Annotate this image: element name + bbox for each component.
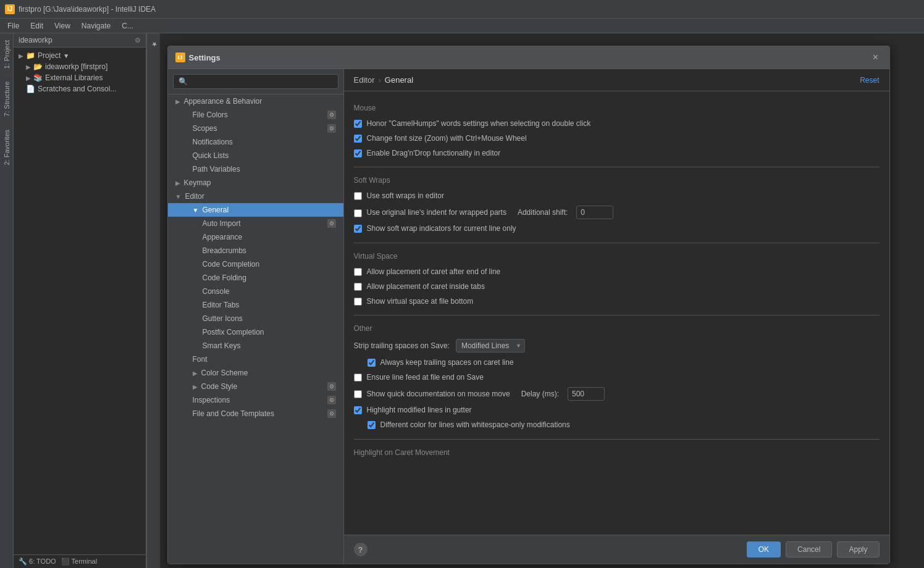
- project-arrow: ▶: [19, 52, 23, 59]
- checkbox-quick-doc-input[interactable]: [354, 390, 362, 398]
- main-layout: 1: Project 7: Structure 2: Favorites ide…: [0, 33, 924, 568]
- item-inspections[interactable]: Inspections ⚙: [168, 393, 343, 407]
- item-breadcrumbs[interactable]: Breadcrumbs: [168, 244, 343, 257]
- tree-item-project[interactable]: ▶ 📁 Project ▼: [14, 50, 146, 61]
- checkbox-camelhumps-label: Honor "CamelHumps" words settings when s…: [367, 119, 591, 129]
- group-label: Editor: [185, 192, 204, 201]
- item-file-colors[interactable]: File Colors ⚙: [168, 108, 343, 122]
- checkbox-whitespace-color-input[interactable]: [368, 421, 376, 429]
- item-general[interactable]: ▼ General: [168, 203, 343, 217]
- expand-icon: ▶: [193, 383, 198, 390]
- item-path-variables[interactable]: Path Variables: [168, 162, 343, 176]
- item-label: Smart Keys: [203, 341, 241, 350]
- item-code-style[interactable]: ▶ Code Style ⚙: [168, 380, 343, 393]
- project-icon: 📁: [26, 51, 35, 60]
- expand-icon: ▼: [193, 207, 199, 214]
- item-auto-import[interactable]: Auto Import ⚙: [168, 217, 343, 230]
- ideaworkp-label: ideaworkp [firstpro]: [45, 62, 107, 71]
- checkbox-line-feed-input[interactable]: [354, 374, 362, 382]
- vtab-project[interactable]: 1: Project: [1, 33, 12, 75]
- titlebar: IJ firstpro [G:\Java\ideaworkp] - Intell…: [0, 0, 924, 19]
- close-button[interactable]: ×: [870, 51, 882, 64]
- item-notifications[interactable]: Notifications: [168, 135, 343, 149]
- menu-navigate[interactable]: Navigate: [77, 20, 116, 31]
- checkbox-trailing-spaces-caret-label: Always keep trailing spaces on caret lin…: [380, 357, 514, 368]
- menu-file[interactable]: File: [2, 20, 24, 31]
- additional-shift-label: Additional shift:: [518, 208, 568, 217]
- item-color-scheme[interactable]: ▶ Color Scheme: [168, 366, 343, 380]
- additional-shift-input[interactable]: [576, 206, 613, 219]
- project-label: Project: [38, 51, 61, 60]
- item-quick-lists[interactable]: Quick Lists: [168, 149, 343, 162]
- item-scopes[interactable]: Scopes ⚙: [168, 122, 343, 135]
- checkbox-fontsize-label: Change font size (Zoom) with Ctrl+Mouse …: [367, 133, 527, 144]
- item-font[interactable]: Font: [168, 353, 343, 366]
- settings-tree-content: ▶ Appearance & Behavior File Colors ⚙ Sc…: [168, 94, 343, 564]
- group-appearance-behavior[interactable]: ▶ Appearance & Behavior: [168, 94, 343, 108]
- dialog-title: IJ Settings: [175, 52, 220, 62]
- cancel-button[interactable]: Cancel: [786, 541, 832, 558]
- strip-trailing-select[interactable]: Modified Lines All None: [456, 339, 525, 353]
- badge-icon: ⚙: [327, 219, 336, 228]
- checkbox-soft-wrap-indicator-input[interactable]: [354, 225, 362, 233]
- checkbox-highlight-modified-input[interactable]: [354, 406, 362, 414]
- apply-button[interactable]: Apply: [837, 541, 879, 558]
- section-highlight-caret: Highlight on Caret Movement: [354, 448, 880, 457]
- item-editor-tabs[interactable]: Editor Tabs: [168, 298, 343, 312]
- tab-todo[interactable]: 🔧 6: TODO: [19, 558, 56, 566]
- item-file-code-templates[interactable]: File and Code Templates ⚙: [168, 407, 343, 420]
- menu-view[interactable]: View: [49, 20, 75, 31]
- item-label: Console: [203, 287, 230, 296]
- checkbox-softwraps-label: Use soft wraps in editor: [367, 191, 444, 201]
- item-label: Notifications: [193, 138, 233, 146]
- checkbox-softwraps-input[interactable]: [354, 192, 362, 200]
- checkbox-dragdrop-input[interactable]: [354, 149, 362, 157]
- checkbox-caret-end-input[interactable]: [354, 268, 362, 276]
- checkbox-fontsize-input[interactable]: [354, 135, 362, 143]
- item-console[interactable]: Console: [168, 285, 343, 298]
- item-appearance[interactable]: Appearance: [168, 230, 343, 244]
- badge-icon: ⚙: [327, 111, 336, 119]
- item-label: Auto Import: [203, 219, 241, 228]
- tree-item-ext-libs[interactable]: ▶ 📚 External Libraries: [14, 72, 146, 83]
- group-editor[interactable]: ▼ Editor: [168, 190, 343, 203]
- reset-button[interactable]: Reset: [860, 76, 879, 85]
- checkbox-camelhumps-input[interactable]: [354, 120, 362, 128]
- checkbox-line-feed: Ensure line feed at file end on Save: [354, 372, 880, 383]
- search-input[interactable]: [173, 74, 338, 89]
- group-keymap[interactable]: ▶ Keymap: [168, 176, 343, 190]
- tree-item-scratches[interactable]: 📄 Scratches and Consol...: [14, 83, 146, 94]
- vtab-structure[interactable]: 7: Structure: [1, 75, 12, 123]
- vtab-favorites[interactable]: 2: Favorites: [1, 123, 12, 171]
- footer-buttons: OK Cancel Apply: [747, 541, 880, 558]
- checkbox-original-indent-label: Use original line's indent for wrapped p…: [367, 207, 506, 218]
- checkbox-original-indent-input[interactable]: [354, 209, 362, 217]
- dialog-footer: ? OK Cancel Apply: [344, 535, 889, 564]
- settings-tree: ▶ Appearance & Behavior File Colors ⚙ Sc…: [168, 69, 344, 564]
- delay-input[interactable]: [568, 387, 605, 401]
- menu-more[interactable]: C...: [117, 20, 138, 31]
- item-gutter-icons[interactable]: Gutter Icons: [168, 312, 343, 325]
- item-label: General: [202, 206, 229, 214]
- checkbox-virtual-space-bottom-input[interactable]: [354, 298, 362, 306]
- item-code-completion[interactable]: Code Completion: [168, 257, 343, 271]
- tree-item-ideaworkp[interactable]: ▶ 📂 ideaworkp [firstpro]: [14, 61, 146, 72]
- checkbox-soft-wrap-indicator: Show soft wrap indicators for current li…: [354, 223, 880, 234]
- checkbox-caret-tabs-input[interactable]: [354, 283, 362, 291]
- tab-terminal[interactable]: ⬛ Terminal: [61, 558, 97, 566]
- menubar: File Edit View Navigate C...: [0, 19, 924, 33]
- item-label: Color Scheme: [201, 369, 248, 377]
- ideaworkp-arrow: ▶: [26, 64, 31, 70]
- item-postfix-completion[interactable]: Postfix Completion: [168, 325, 343, 339]
- item-smart-keys[interactable]: Smart Keys: [168, 339, 343, 353]
- app-icon: IJ: [5, 4, 15, 14]
- ok-button[interactable]: OK: [747, 541, 781, 558]
- help-button[interactable]: ?: [354, 543, 368, 556]
- checkbox-caret-end: Allow placement of caret after end of li…: [354, 267, 880, 277]
- divider-4: [354, 439, 880, 440]
- item-code-folding[interactable]: Code Folding: [168, 271, 343, 285]
- checkbox-softwraps: Use soft wraps in editor: [354, 191, 880, 201]
- item-label: Code Style: [201, 382, 238, 391]
- menu-edit[interactable]: Edit: [25, 20, 48, 31]
- checkbox-trailing-spaces-caret-input[interactable]: [368, 359, 376, 367]
